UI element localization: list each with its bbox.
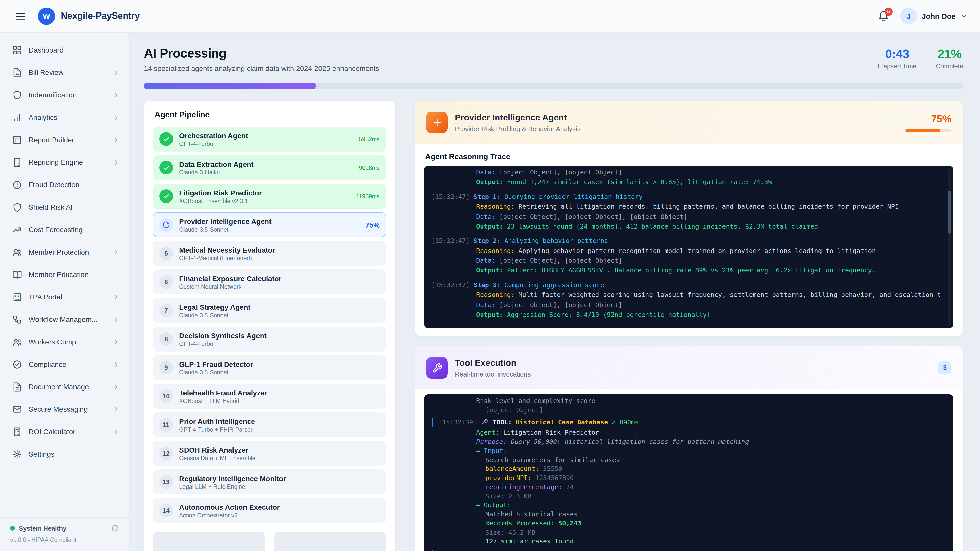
badge-check-icon xyxy=(12,359,22,369)
logo: W xyxy=(38,7,55,25)
gear-icon xyxy=(12,449,22,459)
chevron-right-icon xyxy=(112,383,120,391)
trace-step-2: [15:32:47] Step 2: Analyzing behavior pa… xyxy=(431,236,940,275)
reasoning-trace-terminal[interactable]: Data: [object Object], [object Object] O… xyxy=(424,166,953,328)
provider-intelligence-panel: Provider Intelligence Agent Provider Ris… xyxy=(414,100,963,337)
trace-line: Data: [object Object], [object Object] xyxy=(431,300,940,310)
duration-badge: 11959ms xyxy=(356,193,380,199)
page-title: AI Processing xyxy=(144,46,379,61)
pipeline-item-litigation-risk-predictor: Litigation Risk PredictorXGBoost Ensembl… xyxy=(153,184,387,209)
pipeline-item-provider-intelligence-agent: Provider Intelligence AgentClaude-3.5-So… xyxy=(153,212,387,237)
medical-plus-icon xyxy=(426,112,448,133)
scrollbar-thumb[interactable] xyxy=(948,191,951,233)
check-icon xyxy=(159,189,173,203)
tool-line: → Input: xyxy=(431,446,940,456)
scrollbar-track xyxy=(948,169,951,325)
chevron-right-icon xyxy=(112,293,120,301)
notifications-button[interactable]: 5 xyxy=(878,11,889,22)
tool-entry: [15:32:39] TOOL: Historical Case Databas… xyxy=(431,418,940,546)
sidebar-item-indemnification[interactable]: Indemnification xyxy=(0,84,129,106)
sidebar-item-member-protection[interactable]: Member Protection xyxy=(0,241,129,263)
info-icon[interactable] xyxy=(111,524,119,532)
user-name: John Doe xyxy=(922,12,956,20)
sidebar-item-shield-risk-ai[interactable]: Shield Risk AI xyxy=(0,196,129,218)
tool-panel-title: Tool Execution xyxy=(455,358,531,368)
menu-button[interactable] xyxy=(10,6,30,26)
sidebar-item-workers-comp[interactable]: Workers Comp xyxy=(0,330,129,353)
tool-line: [15:32:39] TOOL: Historical Case Databas… xyxy=(432,418,940,427)
tool-line: Matched historical cases xyxy=(431,510,940,519)
agent-progress-value: 75% xyxy=(931,113,951,125)
pipeline-item-financial-exposure-calculator: 6 Financial Exposure CalculatorCustom Ne… xyxy=(153,269,387,294)
chevron-right-icon xyxy=(112,114,120,121)
tool-entry-partial: [15:32:43] TOOL: … xyxy=(432,550,940,551)
sidebar-item-bill-review[interactable]: Bill Review xyxy=(0,61,129,84)
report-icon xyxy=(12,135,22,144)
chevron-right-icon xyxy=(112,91,120,99)
overall-progress-fill xyxy=(144,83,316,89)
agent-progress-bar xyxy=(905,128,951,132)
sidebar-item-document-management[interactable]: Document Manage... xyxy=(0,375,129,398)
trace-line: Data: [object Object], [object Object] xyxy=(431,167,940,177)
app-version: v1.0.0 - HIPAA Compliant xyxy=(10,537,119,543)
tool-line: Risk level and complexity score xyxy=(431,396,940,406)
book-icon xyxy=(12,270,22,279)
sidebar-item-workflow-management[interactable]: Workflow Managem... xyxy=(0,308,129,330)
pipeline-item-regulatory-intelligence-monitor: 13 Regulatory Intelligence MonitorLegal … xyxy=(153,469,387,494)
trace-line: Data: [object Object], [object Object], … xyxy=(431,211,940,221)
tool-line: ← Output: xyxy=(431,501,940,510)
trace-line: [15:32:47] Step 2: Analyzing behavior pa… xyxy=(431,236,940,246)
sidebar-item-fraud-detection[interactable]: Fraud Detection xyxy=(0,173,129,196)
step-number: 5 xyxy=(159,246,173,260)
pipeline-item-autonomous-action-executor: 14 Autonomous Action ExecutorAction Orch… xyxy=(153,498,387,523)
system-status: System Healthy xyxy=(19,525,66,532)
tool-execution-panel: Tool Execution Real-time tool invocation… xyxy=(414,346,963,551)
step-number: 13 xyxy=(159,475,173,489)
health-status-dot xyxy=(10,526,15,530)
sidebar-item-dashboard[interactable]: Dashboard xyxy=(0,39,129,61)
sidebar-item-settings[interactable]: Settings xyxy=(0,443,129,465)
tool-line: 127 similar cases found xyxy=(431,537,940,546)
trace-line: [15:32:47] Step 3: Computing aggression … xyxy=(431,280,940,290)
sidebar-item-report-builder[interactable]: Report Builder xyxy=(0,129,129,151)
tool-line: balanceAmount: 35550 xyxy=(431,465,940,474)
step-number: 8 xyxy=(159,332,173,346)
sidebar-item-cost-forecasting[interactable]: Cost Forecasting xyxy=(0,218,129,241)
sidebar-item-tpa-portal[interactable]: TPA Portal xyxy=(0,286,129,308)
sidebar-item-roi-calculator[interactable]: ROI Calculator xyxy=(0,421,129,443)
tool-execution-terminal[interactable]: Risk level and complexity score [object … xyxy=(424,394,953,551)
tool-line: Search parameters for similar cases xyxy=(431,455,940,465)
agent-panel-subtitle: Provider Risk Profiling & Behavior Analy… xyxy=(455,125,581,132)
sidebar-item-secure-messaging[interactable]: Secure Messaging xyxy=(0,398,129,421)
tool-line: Records Processed: 50,243 xyxy=(431,519,940,528)
avatar: J xyxy=(900,8,917,24)
pipeline-item-telehealth-fraud-analyzer: 10 Telehealth Fraud AnalyzerXGBoost + LL… xyxy=(153,384,387,409)
trace-title: Agent Reasoning Trace xyxy=(425,152,953,161)
chevron-right-icon xyxy=(112,68,120,76)
pipeline-item-glp1-fraud-detector: 9 GLP-1 Fraud DetectorClaude-3.5-Sonnet xyxy=(153,355,387,380)
user-menu[interactable]: J John Doe xyxy=(900,8,968,24)
pipeline-item-medical-necessity-evaluator: 5 Medical Necessity EvaluatorGPT-4-Medic… xyxy=(153,241,387,266)
grid-icon xyxy=(12,45,22,55)
sidebar-item-analytics[interactable]: Analytics xyxy=(0,106,129,129)
brand[interactable]: W Nexgile-PaySentry xyxy=(38,7,140,25)
topbar: W Nexgile-PaySentry 5 J John Doe xyxy=(0,0,980,33)
building-icon xyxy=(12,292,22,302)
agent-panel-title: Provider Intelligence Agent xyxy=(455,113,581,123)
sidebar-item-member-education[interactable]: Member Education xyxy=(0,263,129,286)
chevron-right-icon xyxy=(112,136,120,144)
pipeline-item-sdoh-risk-analyzer: 12 SDOH Risk AnalyzerCensus Data + ML En… xyxy=(153,441,387,466)
step-number: 14 xyxy=(159,503,173,517)
sidebar-item-compliance[interactable]: Compliance xyxy=(0,353,129,375)
chevron-right-icon xyxy=(112,360,120,368)
bar-chart-icon xyxy=(12,113,22,122)
document-icon xyxy=(12,382,22,392)
trace-line: Output: 23 lawsuits found (24 months), 4… xyxy=(431,221,940,231)
chevron-right-icon xyxy=(112,428,120,435)
overall-progress-bar xyxy=(144,83,963,89)
shield-icon xyxy=(12,90,22,100)
document-icon xyxy=(12,68,22,77)
sidebar-item-repricing-engine[interactable]: Repricing Engine xyxy=(0,151,129,173)
sidebar: Dashboard Bill Review Indemnification An… xyxy=(0,33,130,551)
trace-line: Data: [object Object], [object Object] xyxy=(431,256,940,265)
